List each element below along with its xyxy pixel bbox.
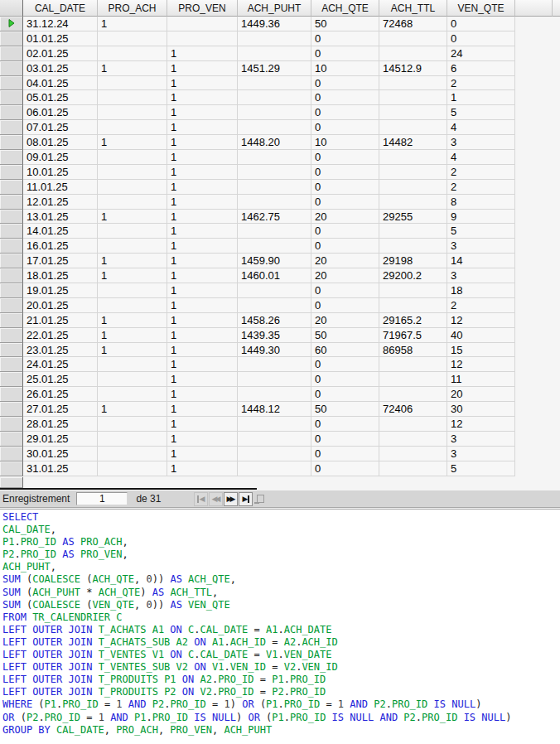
cell[interactable] bbox=[379, 105, 447, 120]
cell[interactable]: 1 bbox=[167, 239, 238, 254]
cell[interactable]: 20.01.25 bbox=[23, 298, 98, 313]
cell[interactable]: 1 bbox=[167, 461, 238, 476]
cell[interactable] bbox=[238, 180, 311, 195]
cell[interactable]: 14482 bbox=[379, 135, 447, 150]
cell[interactable] bbox=[379, 46, 447, 61]
cell[interactable]: 1 bbox=[167, 165, 238, 180]
row-selector[interactable] bbox=[0, 165, 23, 180]
new-record-button[interactable] bbox=[253, 492, 268, 506]
cell[interactable]: 1 bbox=[167, 61, 238, 76]
cell[interactable] bbox=[379, 31, 447, 46]
row-selector[interactable] bbox=[0, 477, 23, 488]
cell[interactable]: 12 bbox=[447, 313, 515, 328]
cell[interactable]: 02.01.25 bbox=[23, 46, 98, 61]
column-header-ach-puht[interactable]: ACH_PUHT bbox=[238, 0, 311, 17]
cell[interactable] bbox=[238, 372, 311, 387]
cell[interactable]: 31.12.24 bbox=[23, 17, 98, 31]
cell[interactable]: 1462.75 bbox=[238, 210, 311, 225]
cell[interactable]: 0 bbox=[311, 283, 379, 298]
row-selector[interactable] bbox=[0, 402, 23, 417]
cell[interactable] bbox=[379, 432, 447, 447]
row-selector[interactable] bbox=[0, 120, 23, 135]
cell[interactable]: 1 bbox=[167, 135, 238, 150]
cell[interactable]: 1 bbox=[167, 417, 238, 432]
cell[interactable] bbox=[98, 76, 167, 91]
cell[interactable] bbox=[98, 283, 167, 298]
cell[interactable] bbox=[238, 46, 311, 61]
cell[interactable]: 1 bbox=[167, 357, 238, 372]
row-selector[interactable] bbox=[0, 105, 23, 120]
cell[interactable]: 13.01.25 bbox=[23, 210, 98, 225]
cell[interactable]: 1 bbox=[167, 283, 238, 298]
cell[interactable]: 0 bbox=[311, 357, 379, 372]
cell[interactable]: 24 bbox=[447, 46, 515, 61]
cell[interactable]: 86958 bbox=[379, 343, 447, 358]
cell[interactable]: 1 bbox=[167, 313, 238, 328]
row-selector[interactable] bbox=[0, 461, 23, 476]
cell[interactable]: 71967.5 bbox=[379, 328, 447, 343]
cell[interactable] bbox=[98, 180, 167, 195]
cell[interactable]: 1 bbox=[167, 402, 238, 417]
cell[interactable]: 1459.90 bbox=[238, 254, 311, 268]
first-record-button[interactable]: ◀ bbox=[194, 492, 208, 506]
cell[interactable] bbox=[238, 461, 311, 476]
cell[interactable]: 1 bbox=[167, 372, 238, 387]
cell[interactable]: 0 bbox=[311, 387, 379, 402]
cell[interactable]: 4 bbox=[447, 120, 515, 135]
cell[interactable]: 12 bbox=[447, 417, 515, 432]
cell[interactable] bbox=[238, 195, 311, 210]
cell[interactable]: 1 bbox=[167, 120, 238, 135]
cell[interactable]: 20 bbox=[311, 254, 379, 268]
cell[interactable]: 21.01.25 bbox=[23, 313, 98, 328]
sql-text[interactable]: SELECT CAL_DATE, P1.PRO_ID AS PRO_ACH, P… bbox=[0, 510, 560, 737]
cell[interactable] bbox=[238, 150, 311, 165]
cell[interactable]: 17.01.25 bbox=[23, 254, 98, 268]
cell[interactable]: 1 bbox=[167, 180, 238, 195]
cell[interactable]: 0 bbox=[311, 31, 379, 46]
cell[interactable] bbox=[379, 165, 447, 180]
cell[interactable] bbox=[379, 387, 447, 402]
row-selector[interactable] bbox=[0, 135, 23, 150]
cell[interactable]: 2 bbox=[447, 76, 515, 91]
row-selector[interactable] bbox=[0, 417, 23, 432]
cell[interactable]: 1 bbox=[167, 210, 238, 225]
cell[interactable]: 1 bbox=[167, 387, 238, 402]
column-header-pro-ach[interactable]: PRO_ACH bbox=[98, 0, 167, 17]
cell[interactable]: 10.01.25 bbox=[23, 165, 98, 180]
row-selector[interactable] bbox=[0, 90, 23, 105]
cell[interactable] bbox=[379, 195, 447, 210]
cell[interactable]: 3 bbox=[447, 135, 515, 150]
cell[interactable] bbox=[238, 417, 311, 432]
cell[interactable] bbox=[167, 17, 238, 31]
cell[interactable]: 0 bbox=[311, 180, 379, 195]
cell[interactable]: 4 bbox=[447, 150, 515, 165]
cell[interactable]: 1 bbox=[98, 210, 167, 225]
cell[interactable] bbox=[98, 31, 167, 46]
cell[interactable]: 0 bbox=[311, 76, 379, 91]
cell[interactable]: 1451.29 bbox=[238, 61, 311, 76]
row-selector[interactable] bbox=[0, 313, 23, 328]
cell[interactable]: 3 bbox=[447, 447, 515, 461]
cell[interactable]: 24.01.25 bbox=[23, 357, 98, 372]
cell[interactable]: 0 bbox=[311, 105, 379, 120]
row-selector[interactable] bbox=[0, 31, 23, 46]
row-selector[interactable] bbox=[0, 239, 23, 254]
cell[interactable]: 6 bbox=[447, 61, 515, 76]
cell[interactable] bbox=[238, 432, 311, 447]
cell[interactable]: 20 bbox=[311, 210, 379, 225]
cell[interactable]: 1 bbox=[167, 343, 238, 358]
cell[interactable] bbox=[98, 239, 167, 254]
cell[interactable]: 10 bbox=[311, 61, 379, 76]
cell[interactable]: 50 bbox=[311, 402, 379, 417]
cell[interactable]: 1 bbox=[167, 105, 238, 120]
row-selector[interactable] bbox=[0, 224, 23, 239]
cell[interactable]: 50 bbox=[311, 328, 379, 343]
cell[interactable]: 0 bbox=[447, 31, 515, 46]
cell[interactable]: 0 bbox=[311, 298, 379, 313]
cell[interactable]: 5 bbox=[447, 224, 515, 239]
cell[interactable]: 1 bbox=[167, 268, 238, 283]
cell[interactable] bbox=[379, 224, 447, 239]
cell[interactable]: 08.01.25 bbox=[23, 135, 98, 150]
last-record-button[interactable]: ▶ bbox=[239, 492, 253, 506]
cell[interactable]: 14 bbox=[447, 254, 515, 268]
